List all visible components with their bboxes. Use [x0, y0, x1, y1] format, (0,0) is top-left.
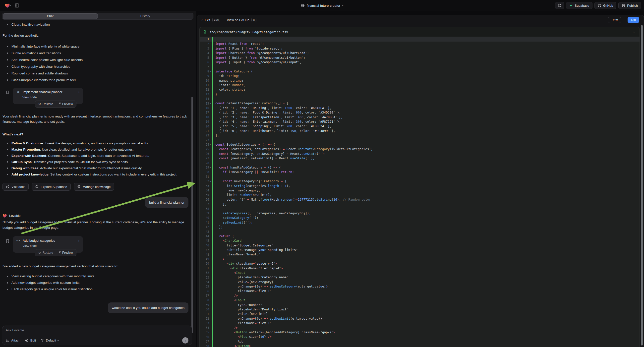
list-item: Subtle animations and transitions [2, 50, 188, 56]
code-line: 59 type="number" [200, 303, 640, 307]
code-line: 68 </Button> [200, 344, 640, 347]
code-line: 27 const [newLimit, setNewLimit] = React… [200, 156, 640, 160]
design-bullet-list: Minimalist interface with plenty of whit… [2, 43, 188, 84]
model-selector[interactable]: Default › [40, 338, 59, 342]
code-line: 20 { id: '5', name: 'Shopping', limit: 2… [200, 124, 640, 128]
code-line: 6import { Input } from '@/components/ui/… [200, 60, 640, 64]
code-icon: <> [16, 90, 20, 94]
code-line: 23 [200, 138, 640, 142]
send-button[interactable]: ↑ [182, 337, 188, 344]
code-line: 48 className="h-auto" [200, 252, 640, 257]
publish-button[interactable]: Publish [618, 2, 641, 9]
code-line: 10 name: string; [200, 78, 640, 83]
code-line: 8∨interface Category { [200, 69, 640, 74]
chat-scrollbar[interactable] [192, 97, 193, 333]
user-message: would be cool if you could add budget ca… [108, 302, 188, 313]
code-line: 45 <ChartCard [200, 238, 640, 243]
quick-actions: Visit docs Explore Supabase Manage knowl… [2, 183, 188, 191]
app-window: › financial-future-creator › [0, 0, 644, 347]
manage-knowledge-button[interactable]: Manage knowledge [74, 183, 114, 191]
tab-chat[interactable]: Chat [3, 14, 98, 19]
code-line: 41 setNewLimit(''); [200, 220, 640, 225]
code-line: 61 value={newLimit} [200, 312, 640, 316]
chevron-right-icon: › [78, 90, 80, 94]
code-line: 52 <Input [200, 270, 640, 275]
code-line: 40 setNewCategory(''); [200, 216, 640, 220]
preview-button[interactable]: Preview [55, 102, 75, 106]
bookmark-icon[interactable] [6, 90, 10, 96]
github-button[interactable]: GitHub [594, 2, 616, 9]
file-plus-icon [203, 30, 207, 34]
attach-button[interactable]: Attach [6, 338, 20, 342]
bookmark-icon[interactable] [6, 239, 10, 244]
code-line: 22]; [200, 133, 640, 138]
code-line: 36 color: '#' + Math.floor(Math.random()… [200, 198, 640, 202]
code-line: 19 { id: '4', name: 'Entertainment', lim… [200, 120, 640, 124]
chat-input[interactable] [6, 328, 188, 335]
restore-button[interactable]: ↺ Restore [36, 250, 55, 256]
target-icon [25, 338, 29, 342]
package-icon [77, 185, 81, 188]
panel-icon [14, 3, 20, 8]
code-line: 32∨ const newCategoryObj: Category = { [200, 179, 640, 184]
lovable-logo-menu[interactable]: › [4, 2, 12, 9]
code-line: 13} [200, 92, 640, 96]
visit-docs-button[interactable]: Visit docs [2, 183, 29, 191]
code-editor[interactable]: 12import React from 'react';3import { Pl… [200, 37, 640, 347]
exit-button[interactable]: ‹ Exit ESC [202, 18, 220, 22]
next-steps-list: Refine & Customize: Tweak the design, an… [2, 140, 188, 178]
chat-history-tabs: Chat History [2, 13, 194, 20]
list-item: GitHub Sync: Transfer your project's cod… [2, 159, 188, 165]
file-header[interactable]: src/components/budget/BudgetCategories.t… [200, 28, 640, 37]
supabase-button[interactable]: Supabase [566, 2, 592, 9]
chat-scroll-area[interactable]: Clean, intuitive navigation For the desi… [0, 20, 196, 326]
code-line: 43 [200, 229, 640, 234]
view-code-link[interactable]: View code [22, 244, 80, 248]
tab-history[interactable]: History [98, 14, 193, 19]
list-item: Add project knowledge: Set key context o… [2, 171, 188, 178]
project-switcher[interactable]: financial-future-creator › [298, 2, 346, 9]
code-line: 65 <Button onClick={handleAddCategory} c… [200, 330, 640, 334]
chevron-down-icon: › [341, 5, 344, 6]
image-icon [6, 338, 10, 342]
added-bullet-list: View existing budget categories with the… [2, 273, 188, 292]
preview-button[interactable]: Preview [55, 250, 75, 255]
settings-button[interactable] [555, 2, 564, 9]
code-line: 54 value={newCategory} [200, 280, 640, 284]
view-on-github-button[interactable]: View on GitHub G [227, 18, 256, 22]
code-view-header: ‹ Exit ESC View on GitHub G Raw Diff [197, 15, 644, 25]
top-bar: › financial-future-creator › [0, 0, 644, 11]
code-line: 9 id: string; [200, 74, 640, 78]
code-line: 56 className="flex-1" [200, 289, 640, 293]
file-diff-card: src/components/budget/BudgetCategories.t… [200, 27, 640, 347]
list-item: Rounded corners and subtle shadows [2, 70, 188, 77]
code-line: 38 [200, 206, 640, 211]
collapse-file-button[interactable]: › [631, 29, 636, 35]
version-block: <> Add budget categories › View code ↺ R… [2, 236, 188, 257]
more-options-icon[interactable]: ··· [183, 214, 188, 218]
list-item: Master Prompting: Use clear, detailed, a… [2, 146, 188, 152]
restore-button[interactable]: ↺ Restore [36, 101, 55, 106]
code-line: 5import { Button } from '@/components/ui… [200, 56, 640, 60]
code-view-panel: ‹ Exit ESC View on GitHub G Raw Diff src… [197, 15, 644, 347]
globe-icon [301, 4, 305, 8]
code-line: 67 Add [200, 339, 640, 344]
edit-mode-button[interactable]: Edit [25, 338, 36, 342]
explore-supabase-button[interactable]: Explore Supabase [32, 183, 70, 191]
code-line: 18 { id: '3', name: 'Transportation', li… [200, 115, 640, 120]
code-line: 46 title="Budget Categories" [200, 243, 640, 248]
user-message: build a financial planner [145, 197, 188, 208]
code-line: 55 onChange={(e) => setNewCategory(e.tar… [200, 284, 640, 289]
view-code-link[interactable]: View code [22, 96, 80, 99]
code-line: 26 const [newCategory, setNewCategory] =… [200, 152, 640, 156]
chevron-down-icon: › [9, 5, 12, 6]
code-line: 39 setCategories([...categories, newCate… [200, 211, 640, 216]
toggle-sidebar-button[interactable] [14, 2, 20, 9]
assistant-paragraph: I've added a new budget categories manag… [2, 264, 188, 269]
list-item: Glass-morphic elements for a premium fee… [2, 77, 188, 84]
project-name: financial-future-creator [307, 4, 340, 8]
diff-toggle-button[interactable]: Diff [628, 17, 639, 23]
raw-toggle-button[interactable]: Raw [608, 17, 621, 23]
code-scrollbar[interactable] [641, 25, 643, 346]
list-item: View existing budget categories with the… [2, 273, 188, 280]
